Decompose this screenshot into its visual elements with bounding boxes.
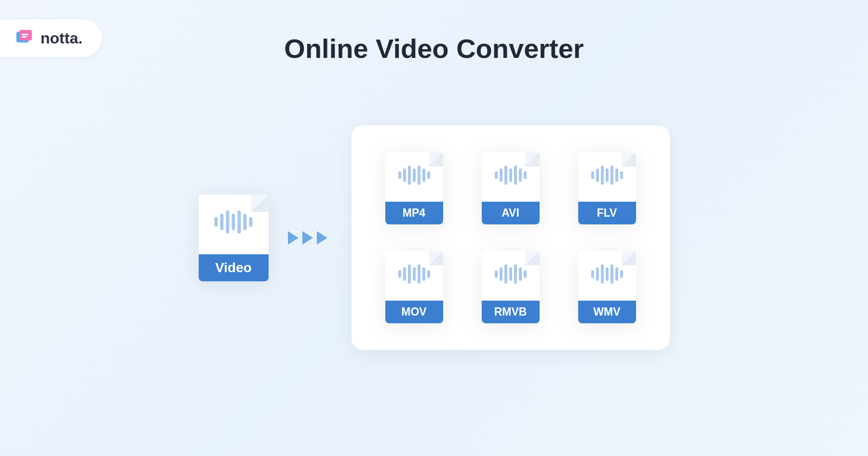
folded-corner-icon	[622, 251, 636, 265]
source-area: Video	[199, 194, 327, 281]
brand-badge: notta.	[0, 19, 102, 57]
folded-corner-icon	[525, 152, 540, 166]
output-file-label: AVI	[482, 202, 540, 224]
output-file-icon: FLV	[578, 152, 636, 224]
output-file-icon: AVI	[482, 152, 540, 224]
output-file-label: RMVB	[482, 301, 540, 323]
output-file-icon: RMVB	[482, 251, 540, 323]
source-file-label: Video	[199, 254, 269, 281]
audio-wave-icon	[398, 264, 430, 284]
audio-wave-icon	[495, 264, 527, 284]
audio-wave-icon	[398, 166, 430, 185]
arrow-icon	[317, 231, 327, 245]
folded-corner-icon	[622, 152, 636, 166]
output-file-label: FLV	[578, 202, 636, 224]
brand-icon	[14, 28, 35, 48]
arrow-icon	[288, 231, 298, 245]
audio-wave-icon	[591, 264, 623, 284]
folded-corner-icon	[429, 251, 443, 265]
folded-corner-icon	[251, 194, 269, 212]
output-file-label: WMV	[578, 301, 636, 323]
folded-corner-icon	[429, 152, 443, 166]
folded-corner-icon	[525, 251, 540, 265]
arrow-icon	[302, 231, 313, 245]
audio-wave-icon	[495, 166, 527, 185]
svg-rect-3	[22, 36, 27, 38]
output-file-label: MP4	[385, 202, 443, 224]
output-formats-panel: MP4 AVI	[352, 125, 670, 350]
output-file-icon: WMV	[578, 251, 636, 323]
audio-wave-icon	[591, 166, 623, 185]
output-file-label: MOV	[385, 301, 443, 323]
brand-name: notta.	[41, 29, 82, 47]
output-file-icon: MP4	[385, 152, 443, 224]
output-file-icon: MOV	[385, 251, 443, 323]
audio-wave-icon	[215, 210, 253, 234]
page-title: Online Video Converter	[284, 33, 583, 64]
source-file-icon: Video	[199, 194, 269, 281]
converter-diagram: Video MP4	[0, 125, 868, 350]
svg-rect-2	[22, 34, 28, 35]
conversion-arrows	[288, 231, 327, 245]
